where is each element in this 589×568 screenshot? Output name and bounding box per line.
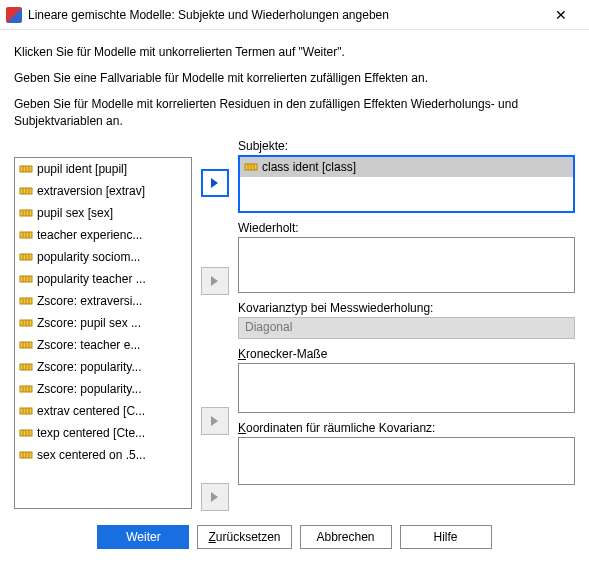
list-item[interactable]: Zscore: teacher e... — [15, 334, 191, 356]
list-item[interactable]: extraversion [extrav] — [15, 180, 191, 202]
subjekte-label: Subjekte: — [238, 139, 575, 153]
list-item[interactable]: sex centered on .5... — [15, 444, 191, 466]
variable-label: Zscore: popularity... — [37, 382, 141, 396]
move-to-kronecker-button[interactable] — [201, 407, 229, 435]
scale-icon — [19, 184, 33, 198]
variable-label: texp centered [Cte... — [37, 426, 145, 440]
variable-label: pupil ident [pupil] — [37, 162, 127, 176]
list-item[interactable]: extrav centered [C... — [15, 400, 191, 422]
list-item[interactable]: popularity sociom... — [15, 246, 191, 268]
variable-label: Zscore: extraversi... — [37, 294, 142, 308]
variable-label: Zscore: popularity... — [37, 360, 141, 374]
window-title: Lineare gemischte Modelle: Subjekte und … — [28, 8, 541, 22]
intro-line-1: Klicken Sie für Modelle mit unkorreliert… — [14, 44, 575, 60]
scale-icon — [19, 206, 33, 220]
list-item[interactable]: Zscore: popularity... — [15, 356, 191, 378]
abbrechen-button[interactable]: Abbrechen — [300, 525, 392, 549]
list-item[interactable]: texp centered [Cte... — [15, 422, 191, 444]
intro-text: Klicken Sie für Modelle mit unkorreliert… — [14, 44, 575, 129]
scale-icon — [19, 360, 33, 374]
variable-label: Zscore: pupil sex ... — [37, 316, 141, 330]
kronecker-label: Kronecker-Maße — [238, 347, 575, 361]
list-item[interactable]: Zscore: extraversi... — [15, 290, 191, 312]
kovarianztyp-dropdown: Diagonal — [238, 317, 575, 339]
wiederholt-list[interactable] — [238, 237, 575, 293]
variable-label: sex centered on .5... — [37, 448, 146, 462]
close-button[interactable]: ✕ — [541, 1, 581, 29]
zuruecksetzen-button[interactable]: Zurücksetzen — [197, 525, 291, 549]
variable-label: popularity teacher ... — [37, 272, 146, 286]
app-icon — [6, 7, 22, 23]
scale-icon — [19, 294, 33, 308]
scale-icon — [19, 162, 33, 176]
weiter-button[interactable]: Weiter — [97, 525, 189, 549]
scale-icon — [19, 338, 33, 352]
list-item[interactable]: pupil ident [pupil] — [15, 158, 191, 180]
variable-label: teacher experienc... — [37, 228, 142, 242]
scale-icon — [19, 316, 33, 330]
button-row: Weiter Zurücksetzen Abbrechen Hilfe — [14, 525, 575, 549]
scale-icon — [19, 448, 33, 462]
variable-label: extraversion [extrav] — [37, 184, 145, 198]
arrow-right-icon — [208, 490, 222, 504]
scale-icon — [19, 272, 33, 286]
scale-icon — [19, 228, 33, 242]
scale-icon — [19, 404, 33, 418]
arrow-right-icon — [208, 176, 222, 190]
variable-label: Zscore: teacher e... — [37, 338, 140, 352]
arrow-right-icon — [208, 414, 222, 428]
source-variable-list[interactable]: pupil ident [pupil]extraversion [extrav]… — [14, 157, 192, 509]
list-item[interactable]: teacher experienc... — [15, 224, 191, 246]
subjekte-item-label: class ident [class] — [262, 160, 356, 174]
move-to-subjekte-button[interactable] — [201, 169, 229, 197]
scale-icon — [19, 250, 33, 264]
intro-line-3: Geben Sie für Modelle mit korrelierten R… — [14, 96, 575, 128]
kronecker-list[interactable] — [238, 363, 575, 413]
variable-label: pupil sex [sex] — [37, 206, 113, 220]
hilfe-button[interactable]: Hilfe — [400, 525, 492, 549]
list-item[interactable]: Zscore: popularity... — [15, 378, 191, 400]
kovarianztyp-label: Kovarianztyp bei Messwiederholung: — [238, 301, 575, 315]
titlebar: Lineare gemischte Modelle: Subjekte und … — [0, 0, 589, 30]
variable-label: extrav centered [C... — [37, 404, 145, 418]
koordinaten-label: Koordinaten für räumliche Kovarianz: — [238, 421, 575, 435]
arrow-right-icon — [208, 274, 222, 288]
scale-icon — [244, 160, 258, 174]
intro-line-2: Geben Sie eine Fallvariable für Modelle … — [14, 70, 575, 86]
list-item[interactable]: pupil sex [sex] — [15, 202, 191, 224]
list-item[interactable]: Zscore: pupil sex ... — [15, 312, 191, 334]
wiederholt-label: Wiederholt: — [238, 221, 575, 235]
scale-icon — [19, 426, 33, 440]
subjekte-list[interactable]: class ident [class] — [238, 155, 575, 213]
list-item[interactable]: class ident [class] — [240, 157, 573, 177]
variable-label: popularity sociom... — [37, 250, 140, 264]
koordinaten-list[interactable] — [238, 437, 575, 485]
scale-icon — [19, 382, 33, 396]
list-item[interactable]: popularity teacher ... — [15, 268, 191, 290]
move-to-koordinaten-button[interactable] — [201, 483, 229, 511]
move-to-wiederholt-button[interactable] — [201, 267, 229, 295]
